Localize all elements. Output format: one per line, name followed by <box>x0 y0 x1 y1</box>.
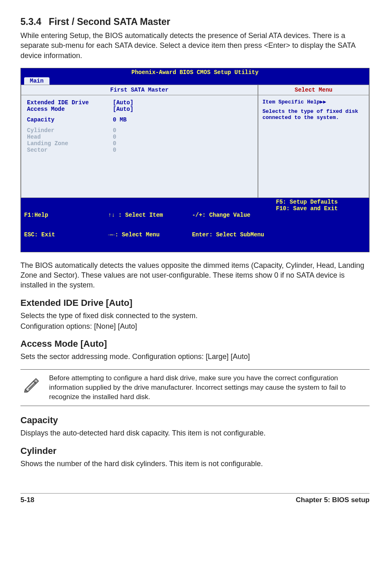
bios-row-head: Head 0 <box>27 134 252 140</box>
bios-row-capacity: Capacity 0 MB <box>27 117 252 123</box>
bios-help-line1: Item Specific Help▶▶ <box>262 99 365 105</box>
capacity-text: Displays the auto-detected hard disk cap… <box>20 428 370 438</box>
bios-tab-row: Main <box>20 76 370 85</box>
bios-footer: F1:Help ESC: Exit ↑↓ : Select Item →←: S… <box>20 198 370 252</box>
bios-hint-select-menu: →←: Select Menu <box>108 231 192 238</box>
bios-value-dim: 0 <box>113 147 116 153</box>
bios-row-landing-zone: Landing Zone 0 <box>27 140 252 147</box>
bios-label-dim: Sector <box>27 147 113 153</box>
page-number: 5-18 <box>20 496 34 504</box>
section-title-text: First / Second SATA Master <box>49 16 170 27</box>
bios-utility-title: Phoenix-Award BIOS CMOS Setup Utility <box>20 68 370 76</box>
note-block: Before attempting to configure a hard di… <box>20 369 370 406</box>
bios-label: Capacity <box>27 117 113 123</box>
bios-hint-select-item: ↑↓ : Select Item <box>108 212 192 218</box>
bios-label: Extended IDE Drive <box>27 99 113 106</box>
bios-hint-save-exit: F10: Save and Exit <box>276 205 366 212</box>
bios-help-title: Select Menu <box>258 85 369 95</box>
access-mode-text: Sets the sector addressing mode. Configu… <box>20 352 370 361</box>
bios-row-sector: Sector 0 <box>27 147 252 153</box>
bios-panel-title: First SATA Master <box>21 85 258 95</box>
bios-hint-change-value: -/+: Change Value <box>192 212 276 218</box>
bios-hint-help: F1:Help <box>24 212 108 218</box>
bios-label-dim: Landing Zone <box>27 140 113 147</box>
note-text: Before attempting to configure a hard di… <box>49 374 370 402</box>
bios-help-body: Selects the type of fixed disk connected… <box>262 108 365 121</box>
extended-ide-options: Configuration options: [None] [Auto] <box>20 321 370 331</box>
after-bios-text: The BIOS automatically detects the value… <box>20 260 370 290</box>
bios-value: [Auto] <box>113 99 133 106</box>
bios-row-access-mode[interactable]: Access Mode [Auto] <box>27 106 252 112</box>
bios-value-dim: 0 <box>113 140 116 147</box>
bios-value-dim: 0 <box>113 134 116 140</box>
subsection-capacity: Capacity <box>20 415 370 426</box>
bios-hint-defaults: F5: Setup Defaults <box>276 199 366 205</box>
bios-row-extended-ide[interactable]: Extended IDE Drive [Auto] <box>27 99 252 106</box>
section-intro: While entering Setup, the BIOS automatic… <box>20 31 370 61</box>
subsection-extended-ide: Extended IDE Drive [Auto] <box>20 298 370 308</box>
tab-main[interactable]: Main <box>24 77 49 85</box>
cylinder-text: Shows the number of the hard disk cylind… <box>20 459 370 469</box>
bios-label-dim: Head <box>27 134 113 140</box>
section-number: 5.3.4 <box>20 16 41 27</box>
bios-label: Access Mode <box>27 106 113 112</box>
bios-value: 0 MB <box>113 117 127 123</box>
subsection-cylinder: Cylinder <box>20 446 370 456</box>
bios-row-cylinder: Cylinder 0 <box>27 127 252 134</box>
chapter-title: Chapter 5: BIOS setup <box>296 496 370 504</box>
section-heading: 5.3.4First / Second SATA Master <box>20 16 370 27</box>
bios-value-dim: 0 <box>113 127 116 134</box>
bios-screenshot: Phoenix-Award BIOS CMOS Setup Utility Ma… <box>20 68 370 252</box>
bios-label-dim: Cylinder <box>27 127 113 134</box>
pencil-icon <box>20 374 41 393</box>
extended-ide-text: Selects the type of fixed disk connected… <box>20 311 370 321</box>
bios-hint-exit: ESC: Exit <box>24 231 108 238</box>
bios-value: [Auto] <box>113 106 133 112</box>
page-footer: 5-18 Chapter 5: BIOS setup <box>20 493 370 504</box>
bios-hint-select-submenu: Enter: Select SubMenu <box>192 231 276 238</box>
subsection-access-mode: Access Mode [Auto] <box>20 339 370 349</box>
